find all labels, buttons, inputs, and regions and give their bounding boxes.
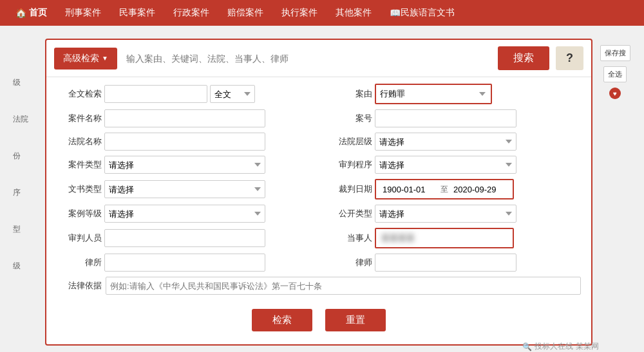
- watermark-icon: 🔍: [522, 342, 532, 351]
- case-number-input[interactable]: [375, 109, 516, 127]
- court-level-select[interactable]: 请选择: [375, 133, 516, 151]
- sidebar-label-4: 序: [13, 187, 39, 198]
- nav-civil[interactable]: 民事案件: [110, 0, 164, 26]
- party-label: 当事人: [327, 232, 372, 244]
- case-level-section: 案例等级 请选择: [57, 205, 310, 223]
- public-type-section: 公开类型 请选择: [327, 205, 581, 223]
- nav-execution[interactable]: 执行案件: [272, 0, 327, 26]
- judgment-date-label: 裁判日期: [327, 183, 372, 195]
- date-separator: 至: [440, 184, 448, 195]
- left-sidebar: 级 法院 份 序 型 级: [13, 39, 39, 346]
- select-all-button[interactable]: 全选: [603, 66, 627, 82]
- lawyer-label: 律师: [327, 257, 372, 268]
- home-icon: 🏠: [15, 8, 26, 18]
- doc-type-select[interactable]: 请选择: [104, 180, 265, 198]
- case-number-label: 案号: [327, 113, 372, 124]
- right-sidebar: 保存搜 全选 ♥: [599, 39, 631, 346]
- chevron-down-icon: ▼: [102, 55, 108, 62]
- lawyer-section: 律师: [327, 254, 581, 272]
- action-row: 检索 重置: [57, 300, 581, 338]
- form-row-1: 全文检索 全文 案由: [57, 84, 581, 104]
- top-navigation: 🏠 首页 刑事案件 民事案件 行政案件 赔偿案件 执行案件 其他案件 📖 民族语…: [0, 0, 644, 26]
- fulltext-label: 全文检索: [57, 88, 102, 100]
- sidebar-label-6: 级: [13, 261, 39, 272]
- law-firm-input[interactable]: [104, 254, 265, 272]
- party-value: 某某某某: [377, 231, 419, 245]
- main-search-input[interactable]: [124, 48, 491, 69]
- case-type-label: 案件类型: [57, 159, 102, 171]
- nav-criminal[interactable]: 刑事案件: [56, 0, 110, 26]
- trial-procedure-section: 审判程序 请选择: [327, 156, 581, 174]
- doc-type-section: 文书类型 请选择: [57, 180, 310, 198]
- nav-other[interactable]: 其他案件: [327, 0, 381, 26]
- court-name-section: 法院名称: [57, 133, 310, 151]
- form-row-3: 法院名称 法院层级 请选择: [57, 133, 581, 151]
- trial-procedure-label: 审判程序: [327, 159, 372, 171]
- date-range-box: 至: [375, 179, 514, 199]
- nav-administrative[interactable]: 行政案件: [164, 0, 218, 26]
- court-name-label: 法院名称: [57, 136, 102, 147]
- case-reason-section: 案由: [327, 84, 581, 104]
- case-level-select[interactable]: 请选择: [104, 205, 265, 223]
- help-button[interactable]: ?: [556, 46, 583, 70]
- legal-basis-input[interactable]: [106, 277, 581, 295]
- public-type-select[interactable]: 请选择: [375, 205, 516, 223]
- case-name-section: 案件名称: [57, 109, 310, 127]
- save-search-button[interactable]: 保存搜: [600, 45, 630, 61]
- sidebar-label-3: 份: [13, 151, 39, 162]
- advanced-search-button[interactable]: 高级检索 ▼: [54, 48, 117, 69]
- case-reason-select[interactable]: [444, 86, 489, 102]
- nav-home[interactable]: 🏠 首页: [6, 0, 56, 26]
- form-row-5: 文书类型 请选择 裁判日期 至: [57, 179, 581, 199]
- search-panel: 高级检索 ▼ 搜索 ? 全文检索 全文: [45, 39, 592, 346]
- court-name-input[interactable]: [104, 133, 265, 151]
- trial-procedure-select[interactable]: 请选择: [375, 156, 516, 174]
- case-type-select[interactable]: 请选择: [104, 156, 265, 174]
- public-type-label: 公开类型: [327, 208, 372, 219]
- nav-ethnic[interactable]: 📖 民族语言文书: [381, 0, 464, 26]
- sidebar-label-2: 法院: [13, 114, 39, 125]
- case-reason-label: 案由: [327, 88, 372, 100]
- legal-basis-label: 法律依据: [57, 280, 102, 292]
- party-box: 某某某某: [375, 228, 514, 248]
- judgment-date-section: 裁判日期 至: [327, 179, 581, 199]
- main-area: 级 法院 份 序 型 级 高级检索 ▼ 搜索 ? 全文检: [0, 26, 644, 352]
- form-reset-button[interactable]: 重置: [325, 309, 386, 331]
- nav-compensation[interactable]: 赔偿案件: [218, 0, 272, 26]
- party-section: 当事人 某某某某: [327, 228, 581, 248]
- court-level-label: 法院层级: [327, 136, 372, 147]
- party-input[interactable]: [421, 230, 511, 246]
- law-firm-section: 律所: [57, 254, 310, 272]
- sidebar-label-1: 级: [13, 77, 39, 88]
- search-button[interactable]: 搜索: [498, 46, 549, 70]
- book-icon: 📖: [390, 8, 401, 18]
- form-row-9: 法律依据: [57, 277, 581, 295]
- fulltext-select[interactable]: 全文: [210, 85, 255, 103]
- case-name-label: 案件名称: [57, 113, 102, 124]
- court-level-section: 法院层级 请选择: [327, 133, 581, 151]
- case-number-section: 案号: [327, 109, 581, 127]
- form-row-7: 审判人员 当事人 某某某某: [57, 228, 581, 248]
- case-level-label: 案例等级: [57, 208, 102, 219]
- watermark: 🔍 投标人在线 某某网: [522, 341, 599, 352]
- fulltext-input[interactable]: [104, 85, 207, 103]
- search-header: 高级检索 ▼ 搜索 ?: [46, 40, 591, 77]
- case-name-input[interactable]: [104, 109, 265, 127]
- judge-label: 审判人员: [57, 232, 102, 244]
- law-firm-label: 律所: [57, 257, 102, 268]
- form-row-8: 律所 律师: [57, 254, 581, 272]
- red-indicator: ♥: [609, 88, 621, 99]
- form-area: 全文检索 全文 案由: [46, 77, 591, 344]
- date-from-input[interactable]: [380, 181, 438, 197]
- form-row-4: 案件类型 请选择 审判程序 请选择: [57, 156, 581, 174]
- form-search-button[interactable]: 检索: [252, 309, 312, 331]
- judge-input[interactable]: [104, 229, 265, 247]
- fulltext-section: 全文检索 全文: [57, 85, 310, 103]
- doc-type-label: 文书类型: [57, 183, 102, 195]
- sidebar-label-5: 型: [13, 224, 39, 235]
- case-reason-box: [375, 84, 492, 104]
- lawyer-input[interactable]: [375, 254, 516, 272]
- date-to-input[interactable]: [451, 181, 509, 197]
- case-reason-input[interactable]: [377, 86, 442, 102]
- case-type-section: 案件类型 请选择: [57, 156, 310, 174]
